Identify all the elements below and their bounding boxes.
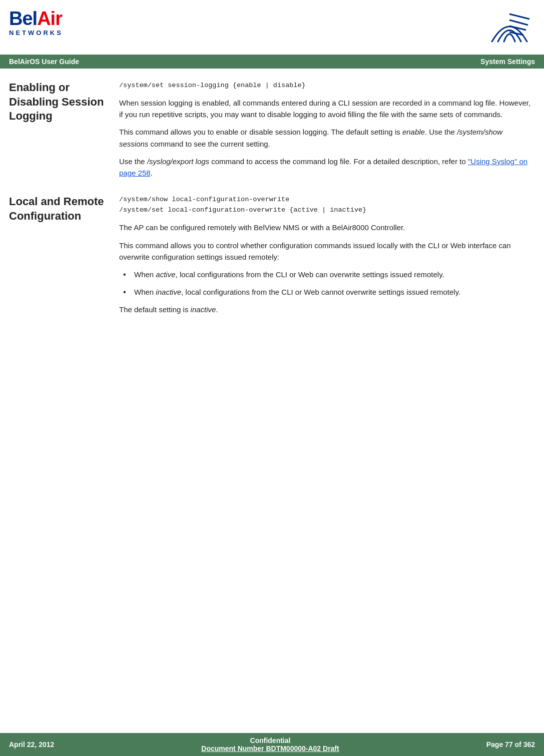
bullet-dot-1: • [123,269,131,281]
bullet1-active-italic: active [156,270,175,279]
bullet2-suffix: , local configurations from the CLI or W… [181,288,460,296]
bullet2-prefix: When [134,288,156,296]
logo-air: Air [37,8,62,29]
section1-enable-italic: enable [402,128,425,136]
bullet-dot-2: • [123,286,131,299]
section2-inactive-italic: inactive [191,305,216,314]
belair-logo: BelAir NETWORKS [9,9,63,37]
section1-para3-mid: command to access the command log file. … [209,157,468,166]
page-footer: April 22, 2012 Confidential Document Num… [0,733,544,756]
section2-para1: The AP can be configured remotely with B… [119,222,532,233]
section1-para1: When session logging is enabled, all com… [119,97,532,121]
section2-para3-suffix: . [216,305,218,314]
logo-text: BelAir [9,9,62,28]
section2-heading: Local and Remote Configuration [9,195,119,315]
nav-section-title: System Settings [480,58,535,66]
section1-para2-mid: . Use the [425,128,457,136]
section1-code: /system/set session-logging {enable | di… [119,81,532,91]
section-session-logging: Enabling or Disabling Session Logging /s… [9,81,532,179]
footer-doc-number: Document Number BDTM00000-A02 Draft [201,744,339,752]
bullet1-suffix: , local configurations from the CLI or W… [176,270,444,279]
logo-bel: Bel [9,8,37,29]
section1-para3: Use the /syslog/export logs command to a… [119,156,532,179]
section-local-remote-config: Local and Remote Configuration /system/s… [9,195,532,315]
networks-label: NETWORKS [9,29,63,37]
right-logo-icon [487,9,532,47]
footer-page: Page 77 of 362 [486,740,535,748]
page-header: BelAir NETWORKS [0,0,544,52]
footer-confidential: Confidential [201,736,339,744]
section2-para3-prefix: The default setting is [119,305,191,314]
section2-body: /system/show local-configuration-overwri… [119,195,532,315]
nav-bar: BelAirOS User Guide System Settings [0,55,544,69]
nav-guide-title: BelAirOS User Guide [9,58,79,66]
section2-para3: The default setting is inactive. [119,304,532,315]
section1-body: /system/set session-logging {enable | di… [119,81,532,179]
bullet-list: • When active, local configurations from… [123,269,532,299]
section1-export-logs-italic: /syslog/export logs [147,157,209,166]
section1-para2: This command allows you to enable or dis… [119,126,532,150]
section1-para2-prefix: This command allows you to enable or dis… [119,128,402,136]
section2-para2: This command allows you to control wheth… [119,240,532,263]
footer-center-block: Confidential Document Number BDTM00000-A… [201,736,339,752]
section1-para2-suffix: command to see the current setting. [148,140,270,148]
bullet-item-active: • When active, local configurations from… [123,269,532,281]
section2-code: /system/show local-configuration-overwri… [119,195,532,216]
footer-date: April 22, 2012 [9,740,54,748]
bullet-item-inactive: • When inactive, local configurations fr… [123,286,532,299]
bullet1-text: When active, local configurations from t… [134,269,444,280]
section1-heading: Enabling or Disabling Session Logging [9,81,119,179]
section1-para3-prefix: Use the [119,157,147,166]
svg-line-0 [509,14,529,19]
main-content: Enabling or Disabling Session Logging /s… [0,69,544,315]
bullet1-prefix: When [134,270,156,279]
svg-line-1 [509,20,528,25]
section1-para3-suffix: . [151,169,153,177]
bullet2-inactive-italic: inactive [156,288,181,296]
bullet2-text: When inactive, local configurations from… [134,286,460,298]
